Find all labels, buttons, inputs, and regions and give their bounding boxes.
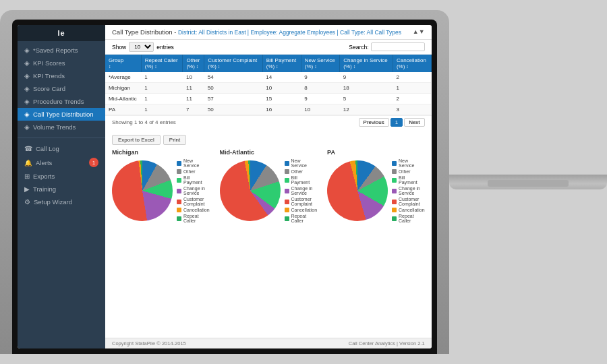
main-content: Call Type Distribution - District: All D… [105,25,432,348]
col-new-service[interactable]: New Service(%) ↕ [301,55,340,72]
chart-legend-1: New ServiceOtherBill PaymentChange in Se… [285,158,318,223]
cell-new-service: 10 [301,104,340,115]
legend-label: Other [291,169,304,174]
chart-legend-0: New ServiceOtherBill PaymentChange in Se… [177,158,210,223]
sidebar-item-alerts[interactable]: 🔔 Alerts 1 [18,155,105,170]
footer-copyright: Copyright StataPile © 2014-2015 [112,340,186,346]
legend-label: Change in Service [291,186,318,195]
col-change[interactable]: Change in Service(%) ↕ [340,55,393,72]
chart-container-1: Mid-AtlanticNew ServiceOtherBill Payment… [220,149,318,223]
collapse-icon[interactable]: ▲▼ [413,28,425,35]
footer-version: Call Center Analytics | Version 2.1 [349,340,425,346]
legend-item: Change in Service [392,186,425,195]
call-type-dist-label: Call Type Distribution [33,111,94,118]
cell-bill: 16 [262,104,301,115]
table-row: *Average 1 10 54 14 9 9 2 [105,72,431,83]
sidebar: Ie ◈ *Saved Reports ◈ KPI Scores ◈ KPI [18,25,105,348]
cell-complaint: 54 [204,72,262,83]
sidebar-item-score-card[interactable]: ◈ Score Card [18,82,105,95]
legend-dot [285,178,289,183]
legend-dot [392,189,397,193]
legend-dot [392,216,397,221]
legend-label: Cancellation [399,208,425,212]
alerts-icon: 🔔 [24,159,32,166]
legend-label: New Service [399,158,425,168]
legend-label: Other [399,169,411,174]
cell-group: *Average [105,72,141,83]
sidebar-divider [18,138,105,138]
cell-new-service: 9 [301,72,340,83]
show-label: Show [112,44,126,51]
sidebar-item-setup-wizard[interactable]: ⚙ Setup Wizard [18,195,105,208]
entries-select[interactable]: 10 25 50 [129,42,154,52]
saved-reports-icon: ◈ [24,47,30,54]
legend-label: Repeat Caller [291,214,318,223]
cell-repeat: 1 [141,72,183,83]
col-bill[interactable]: Bill Payment(%) ↕ [262,55,301,72]
cell-bill: 15 [262,94,301,104]
cell-new-service: 8 [301,83,340,94]
legend-item: Cancellation [392,208,425,212]
sidebar-item-volume-trends[interactable]: ◈ Volume Trends [18,121,105,133]
sidebar-item-call-log[interactable]: ☎ Call Log [18,142,105,155]
export-excel-btn[interactable]: Export to Excel [112,135,161,145]
laptop-base [449,175,607,189]
col-group[interactable]: Group↕ [105,55,141,72]
setup-wizard-icon: ⚙ [24,198,30,206]
kpi-scores-icon: ◈ [24,59,30,67]
legend-dot [392,208,397,212]
legend-label: Repeat Caller [399,214,425,223]
legend-label: Other [183,169,196,174]
sidebar-item-procedure-trends[interactable]: ◈ Procedure Trends [18,95,105,108]
page-1-btn[interactable]: 1 [391,118,403,127]
sidebar-item-saved-reports[interactable]: ◈ *Saved Reports [18,44,105,57]
table-row: PA 1 7 50 16 10 12 3 [105,104,431,115]
report-header: Call Type Distribution - District: All D… [105,25,432,40]
pie-chart-1 [220,160,281,221]
kpi-trends-icon: ◈ [24,72,30,80]
next-page-btn[interactable]: Next [404,118,424,127]
chart-inner-0: New ServiceOtherBill PaymentChange in Se… [112,158,210,223]
col-complaint[interactable]: Customer Complaint(%) ↕ [204,55,262,72]
screen-bezel: Ie ◈ *Saved Reports ◈ KPI Scores ◈ KPI [12,20,437,354]
pie-chart-2 [327,160,388,221]
cell-cancel: 2 [393,94,431,104]
charts-section: Export to Excel Print MichiganNew Servic… [105,129,432,338]
app-footer: Copyright StataPile © 2014-2015 Call Cen… [105,338,432,348]
sidebar-item-training[interactable]: ▶ Training [18,183,105,195]
cell-change: 5 [340,94,393,104]
col-other[interactable]: Other(%) ↕ [183,55,204,72]
sidebar-item-kpi-scores[interactable]: ◈ KPI Scores [18,57,105,69]
setup-wizard-label: Setup Wizard [34,198,72,206]
prev-page-btn[interactable]: Previous [359,118,389,127]
cell-group: Mid-Atlantic [105,94,141,104]
sidebar-item-call-type-dist[interactable]: ◈ Call Type Distribution [18,108,105,121]
chart-title-2: PA [327,149,335,156]
legend-label: Customer Complaint [399,197,425,206]
col-repeat[interactable]: Repeat Caller(%) ↕ [141,55,183,72]
report-subtitle: District: All Districts in East | Employ… [178,29,401,36]
chart-legend-2: New ServiceOtherBill PaymentChange in Se… [392,158,425,223]
legend-item: New Service [392,158,425,168]
print-btn[interactable]: Print [163,135,186,145]
chart-actions: Export to Excel Print [112,135,425,145]
entries-label: entries [156,44,174,51]
pagination: Previous 1 Next [359,118,425,127]
legend-dot [177,178,181,183]
legend-item: Customer Complaint [285,197,318,206]
search-input[interactable] [371,42,425,51]
sidebar-item-kpi-trends[interactable]: ◈ KPI Trends [18,69,105,82]
cell-other: 10 [183,72,204,83]
volume-trends-icon: ◈ [24,123,30,131]
score-card-icon: ◈ [24,85,30,92]
legend-dot [392,169,397,174]
col-cancel[interactable]: Cancellation(%) ↕ [393,55,431,72]
legend-dot [392,178,397,183]
legend-label: New Service [183,158,210,168]
legend-item: Repeat Caller [285,214,318,223]
legend-dot [285,208,289,212]
chart-inner-2: New ServiceOtherBill PaymentChange in Se… [327,158,425,223]
cell-bill: 14 [262,72,301,83]
legend-label: Bill Payment [183,175,210,185]
sidebar-item-exports[interactable]: ⊞ Exports [18,170,105,183]
